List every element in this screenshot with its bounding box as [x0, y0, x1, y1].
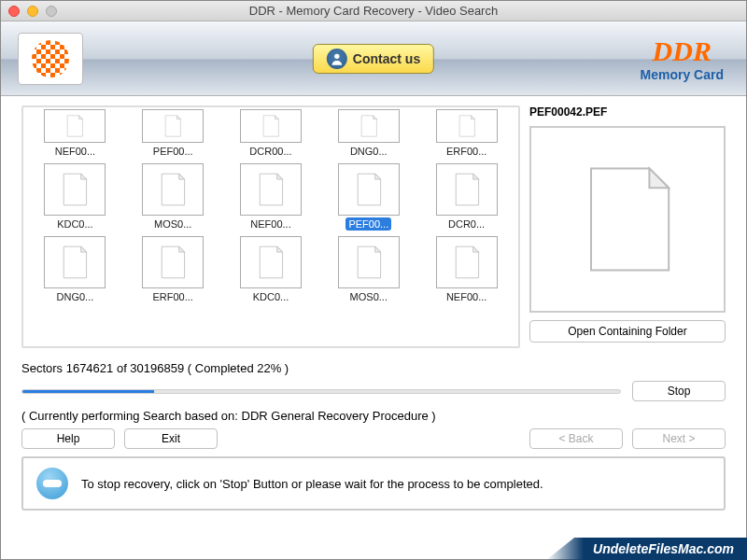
file-thumb-icon [240, 236, 302, 288]
file-thumb-icon [44, 236, 106, 288]
file-icon [567, 159, 688, 280]
file-thumb-icon [44, 163, 106, 216]
file-item[interactable]: ERF00... [420, 113, 513, 158]
file-label: PEF00... [345, 217, 391, 231]
file-item[interactable]: PEF00... [322, 163, 415, 231]
file-item[interactable]: DNG0... [322, 113, 415, 158]
file-thumb-icon [436, 236, 498, 288]
progress-bar [21, 389, 621, 394]
file-label: MOS0... [151, 217, 194, 231]
file-item[interactable]: DCR00... [225, 113, 317, 158]
file-thumb-icon [338, 163, 400, 216]
file-label: KDC0... [54, 217, 96, 231]
file-item[interactable]: DCR0... [420, 163, 513, 231]
file-label: ERF00... [444, 145, 489, 158]
file-label: NEF00... [444, 290, 489, 303]
file-item[interactable]: MOS0... [322, 236, 415, 303]
open-containing-folder-button[interactable]: Open Containing Folder [529, 320, 726, 343]
file-thumb-icon [240, 109, 302, 143]
file-label: DCR0... [445, 217, 487, 231]
file-item[interactable]: NEF00... [29, 113, 121, 158]
file-thumb-icon [142, 163, 204, 216]
file-item[interactable]: MOS0... [127, 163, 219, 231]
file-thumb-icon [142, 236, 204, 288]
window-title: DDR - Memory Card Recovery - Video Searc… [1, 4, 746, 18]
file-item[interactable]: KDC0... [29, 163, 121, 231]
exit-button[interactable]: Exit [124, 428, 218, 449]
info-text: To stop recovery, click on 'Stop' Button… [81, 477, 543, 491]
svg-point-0 [334, 53, 339, 58]
header-banner: Contact us DDR Memory Card [1, 21, 746, 96]
progress-text: Sectors 1674621 of 30196859 ( Completed … [21, 361, 726, 375]
file-label: NEF00... [52, 145, 98, 158]
file-thumb-icon [338, 109, 400, 143]
file-item[interactable]: NEF00... [225, 163, 317, 231]
file-label: DNG0... [347, 145, 390, 158]
brand-block: DDR Memory Card [641, 35, 724, 82]
back-button[interactable]: < Back [529, 428, 623, 449]
preview-box [529, 126, 726, 313]
person-icon [327, 49, 347, 69]
file-thumb-icon [142, 109, 204, 143]
file-list-panel[interactable]: NEF00...PEF00...DCR00...DNG0...ERF00...K… [21, 105, 520, 348]
file-label: DCR00... [247, 145, 294, 158]
file-label: DNG0... [54, 290, 97, 303]
file-thumb-icon [240, 163, 302, 216]
file-label: PEF00... [150, 145, 196, 158]
app-logo-box [18, 33, 83, 85]
file-label: NEF00... [247, 217, 293, 231]
info-bar: To stop recovery, click on 'Stop' Button… [21, 456, 726, 511]
titlebar: DDR - Memory Card Recovery - Video Searc… [1, 1, 746, 21]
file-item[interactable]: PEF00... [127, 113, 219, 158]
footer-brand: UndeleteFilesMac.com [546, 538, 747, 560]
stop-button[interactable]: Stop [632, 381, 726, 401]
file-label: MOS0... [347, 290, 390, 303]
file-label: ERF00... [149, 290, 195, 303]
next-button[interactable]: Next > [632, 428, 726, 449]
preview-filename: PEF00042.PEF [529, 105, 726, 119]
file-item[interactable]: DNG0... [29, 236, 121, 303]
file-thumb-icon [436, 163, 498, 216]
file-thumb-icon [44, 109, 106, 143]
file-item[interactable]: NEF00... [420, 236, 513, 303]
file-label: KDC0... [250, 290, 292, 303]
file-item[interactable]: KDC0... [225, 236, 317, 303]
brand-subtitle: Memory Card [641, 67, 724, 82]
file-item[interactable]: ERF00... [127, 236, 219, 303]
search-method-text: ( Currently performing Search based on: … [21, 409, 726, 423]
contact-us-button[interactable]: Contact us [313, 44, 434, 74]
app-logo-icon [32, 40, 69, 77]
brand-name: DDR [641, 35, 724, 67]
info-icon [36, 468, 68, 499]
help-button[interactable]: Help [21, 428, 115, 449]
contact-us-label: Contact us [353, 51, 420, 66]
file-thumb-icon [338, 236, 400, 288]
file-thumb-icon [436, 109, 498, 143]
